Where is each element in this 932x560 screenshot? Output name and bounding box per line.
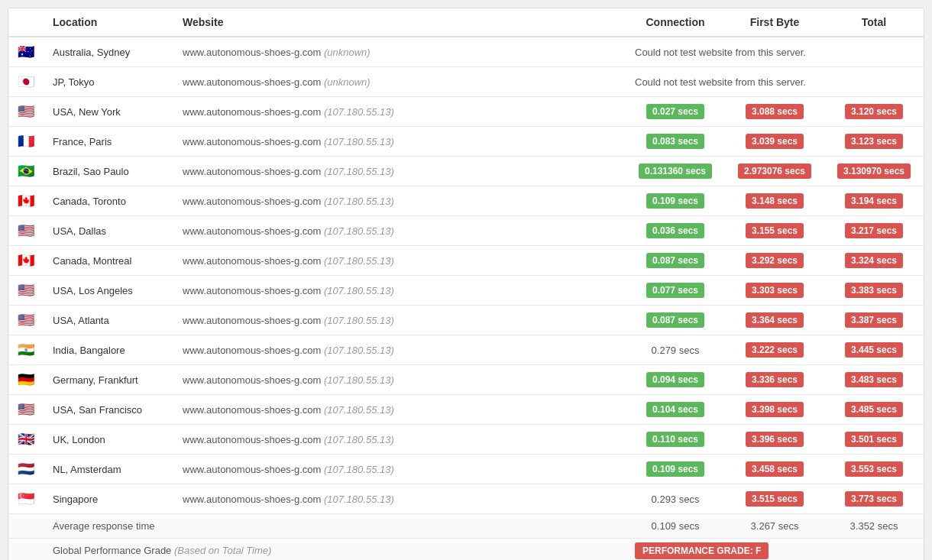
- table-row: 🇫🇷France, Pariswww.autonomous-shoes-g.co…: [8, 127, 924, 157]
- connection-cell: 0.087 secs: [626, 306, 725, 335]
- total-cell: 3.445 secs: [824, 335, 924, 365]
- total-cell: 3.217 secs: [824, 216, 924, 246]
- location-cell: USA, San Francisco: [44, 395, 173, 425]
- table-row: 🇺🇸USA, Los Angeleswww.autonomous-shoes-g…: [8, 276, 924, 306]
- connection-cell: 0.110 secs: [626, 425, 725, 455]
- website-cell: www.autonomous-shoes-g.com (107.180.55.1…: [173, 335, 626, 365]
- website-cell: www.autonomous-shoes-g.com (107.180.55.1…: [173, 186, 626, 216]
- location-cell: France, Paris: [44, 127, 173, 157]
- flag-cell: 🇦🇺: [8, 37, 44, 67]
- table-row: 🇯🇵JP, Tokyowww.autonomous-shoes-g.com (u…: [8, 67, 924, 97]
- connection-cell: 0.077 secs: [626, 276, 725, 306]
- website-cell: www.autonomous-shoes-g.com (107.180.55.1…: [173, 97, 626, 127]
- website-cell: www.autonomous-shoes-g.com (unknown): [173, 67, 626, 97]
- table-row: 🇨🇦Canada, Torontowww.autonomous-shoes-g.…: [8, 186, 924, 216]
- location-cell: Australia, Sydney: [44, 37, 173, 67]
- performance-grade-badge: PERFORMANCE GRADE: F: [635, 542, 769, 559]
- total-cell: 3.324 secs: [824, 246, 924, 276]
- website-cell: www.autonomous-shoes-g.com (107.180.55.1…: [173, 157, 626, 186]
- col-header-flag: [8, 8, 44, 37]
- website-cell: www.autonomous-shoes-g.com (107.180.55.1…: [173, 365, 626, 395]
- connection-cell: 0.104 secs: [626, 395, 725, 425]
- avg-flag: [8, 514, 44, 539]
- firstbyte-cell: 2.973076 secs: [725, 157, 824, 186]
- avg-total: 3.352 secs: [824, 514, 924, 539]
- total-cell: 3.130970 secs: [824, 157, 924, 186]
- website-cell: www.autonomous-shoes-g.com (107.180.55.1…: [173, 455, 626, 484]
- location-cell: JP, Tokyo: [44, 67, 173, 97]
- total-cell: 3.383 secs: [824, 276, 924, 306]
- average-row: Average response time0.109 secs3.267 sec…: [8, 514, 924, 539]
- avg-label: Average response time: [44, 514, 626, 539]
- flag-cell: 🇨🇦: [8, 186, 44, 216]
- location-cell: USA, Los Angeles: [44, 276, 173, 306]
- firstbyte-cell: 3.088 secs: [725, 97, 824, 127]
- flag-cell: 🇺🇸: [8, 97, 44, 127]
- flag-cell: 🇺🇸: [8, 306, 44, 335]
- grade-label: Global Performance Grade (Based on Total…: [44, 539, 626, 561]
- firstbyte-cell: 3.396 secs: [725, 425, 824, 455]
- connection-cell: 0.109 secs: [626, 455, 725, 484]
- table-row: 🇺🇸USA, San Franciscowww.autonomous-shoes…: [8, 395, 924, 425]
- total-cell: 3.123 secs: [824, 127, 924, 157]
- col-header-total: Total: [824, 8, 924, 37]
- connection-cell: 0.279 secs: [626, 335, 725, 365]
- connection-cell: 0.083 secs: [626, 127, 725, 157]
- flag-cell: 🇩🇪: [8, 365, 44, 395]
- col-header-website: Website: [173, 8, 626, 37]
- total-cell: 3.485 secs: [824, 395, 924, 425]
- table-row: 🇺🇸USA, Atlantawww.autonomous-shoes-g.com…: [8, 306, 924, 335]
- table-row: 🇨🇦Canada, Montrealwww.autonomous-shoes-g…: [8, 246, 924, 276]
- website-cell: www.autonomous-shoes-g.com (107.180.55.1…: [173, 127, 626, 157]
- website-cell: www.autonomous-shoes-g.com (107.180.55.1…: [173, 276, 626, 306]
- website-cell: www.autonomous-shoes-g.com (107.180.55.1…: [173, 395, 626, 425]
- website-cell: www.autonomous-shoes-g.com (107.180.55.1…: [173, 216, 626, 246]
- total-cell: 3.120 secs: [824, 97, 924, 127]
- location-cell: USA, New York: [44, 97, 173, 127]
- website-cell: www.autonomous-shoes-g.com (107.180.55.1…: [173, 425, 626, 455]
- flag-cell: 🇨🇦: [8, 246, 44, 276]
- connection-cell: 0.087 secs: [626, 246, 725, 276]
- website-cell: www.autonomous-shoes-g.com (unknown): [173, 37, 626, 67]
- location-cell: NL, Amsterdam: [44, 455, 173, 484]
- firstbyte-cell: 3.292 secs: [725, 246, 824, 276]
- table-row: 🇩🇪Germany, Frankfurtwww.autonomous-shoes…: [8, 365, 924, 395]
- total-cell: 3.501 secs: [824, 425, 924, 455]
- location-cell: Germany, Frankfurt: [44, 365, 173, 395]
- avg-connection: 0.109 secs: [626, 514, 725, 539]
- location-cell: India, Bangalore: [44, 335, 173, 365]
- table-row: 🇳🇱NL, Amsterdamwww.autonomous-shoes-g.co…: [8, 455, 924, 484]
- connection-cell: 0.036 secs: [626, 216, 725, 246]
- speed-test-table: Location Website Connection First Byte T…: [8, 8, 924, 560]
- total-cell: 3.553 secs: [824, 455, 924, 484]
- flag-cell: 🇮🇳: [8, 335, 44, 365]
- avg-firstbyte: 3.267 secs: [725, 514, 824, 539]
- firstbyte-cell: 3.303 secs: [725, 276, 824, 306]
- connection-cell: 0.027 secs: [626, 97, 725, 127]
- firstbyte-cell: 3.364 secs: [725, 306, 824, 335]
- firstbyte-cell: 3.515 secs: [725, 484, 824, 514]
- table-row: 🇮🇳India, Bangalorewww.autonomous-shoes-g…: [8, 335, 924, 365]
- location-cell: USA, Dallas: [44, 216, 173, 246]
- flag-cell: 🇸🇬: [8, 484, 44, 514]
- flag-cell: 🇳🇱: [8, 455, 44, 484]
- table-row: 🇺🇸USA, Dallaswww.autonomous-shoes-g.com …: [8, 216, 924, 246]
- error-cell: Could not test website from this server.: [626, 37, 924, 67]
- flag-cell: 🇺🇸: [8, 276, 44, 306]
- total-cell: 3.773 secs: [824, 484, 924, 514]
- firstbyte-cell: 3.155 secs: [725, 216, 824, 246]
- table-row: 🇸🇬Singaporewww.autonomous-shoes-g.com (1…: [8, 484, 924, 514]
- table-row: 🇧🇷Brazil, Sao Paulowww.autonomous-shoes-…: [8, 157, 924, 186]
- flag-cell: 🇺🇸: [8, 395, 44, 425]
- firstbyte-cell: 3.148 secs: [725, 186, 824, 216]
- firstbyte-cell: 3.222 secs: [725, 335, 824, 365]
- grade-badge-cell: PERFORMANCE GRADE: F: [626, 539, 924, 561]
- location-cell: UK, London: [44, 425, 173, 455]
- connection-cell: 0.131360 secs: [626, 157, 725, 186]
- website-cell: www.autonomous-shoes-g.com (107.180.55.1…: [173, 246, 626, 276]
- location-cell: Singapore: [44, 484, 173, 514]
- firstbyte-cell: 3.398 secs: [725, 395, 824, 425]
- flag-cell: 🇯🇵: [8, 67, 44, 97]
- location-cell: Canada, Toronto: [44, 186, 173, 216]
- table-row: 🇺🇸USA, New Yorkwww.autonomous-shoes-g.co…: [8, 97, 924, 127]
